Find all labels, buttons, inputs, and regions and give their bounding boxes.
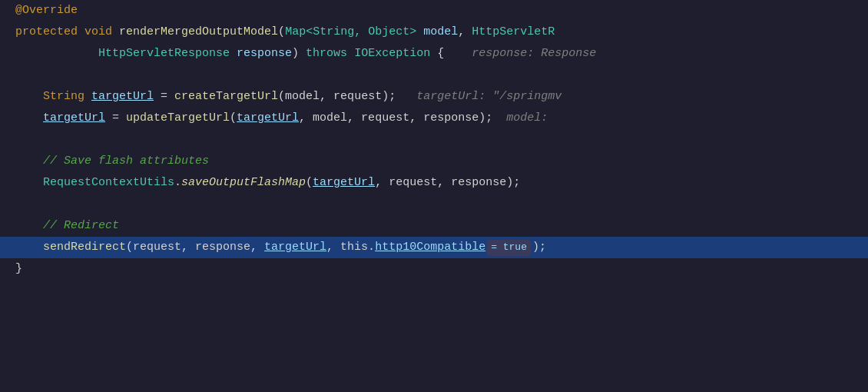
line-save-flash: RequestContextUtils . saveOutputFlashMap… [0,172,868,194]
token-model: model [423,23,458,42]
token-space10: = [105,109,126,128]
token-response: response [237,45,292,63]
token-hint-response: response: Response [472,45,596,63]
token-indent4 [15,152,43,171]
token-string-type: String [43,88,84,106]
token-space6 [430,45,437,63]
line-method-sig-1: protected void renderMergedOutputModel (… [0,22,868,43]
token-brace-open: { [437,45,444,63]
blank-line-1 [0,65,868,86]
token-indent6 [15,217,43,235]
token-comment-redirect: // Redirect [43,217,119,235]
token-indent1 [15,45,98,63]
token-space2 [112,23,119,42]
token-comma1: , [458,23,472,42]
token-space8 [84,88,91,106]
token-this-http10: this. [340,238,375,257]
token-map: Map<String, Object> [285,23,416,42]
token-hint-targeturl: targetUrl: "/springmv [416,88,562,106]
token-paren-close1: ) [292,45,306,63]
token-brace-close: } [15,260,22,278]
token-httpservletresponse: HttpServletResponse [98,45,230,63]
token-indent7 [15,238,43,257]
token-args3: , request, response); [375,174,520,192]
token-targeturl-5: targetUrl [264,238,326,257]
token-paren-open: ( [278,23,285,42]
line-send-redirect: sendRedirect (request, response, targetU… [0,237,868,258]
token-comment-flash: // Save flash attributes [43,152,209,171]
blank-line-2 [0,129,868,151]
token-paren3: ( [306,174,313,192]
token-space3 [416,23,423,42]
token-space1 [78,23,84,42]
inline-value-badge: = true [487,240,531,256]
token-ioexception: IOException [354,45,430,63]
token-args-end: ); [532,238,546,257]
token-targeturl-1: targetUrl [91,88,154,106]
line-method-sig-2: HttpServletResponse response ) throws IO… [0,43,868,65]
token-paren2: ( [230,109,237,128]
token-comma2: , [326,238,340,257]
token-http10compat: http10Compatible [375,238,485,257]
token-dot1: . [174,174,181,192]
line-annotation: @Override [0,0,868,22]
line-closing: } [0,258,868,280]
token-space5 [347,45,354,63]
token-args1: (model, request); [278,88,416,106]
token-space4 [230,45,237,63]
token-save-flash-method: saveOutputFlashMap [181,174,306,192]
token-void: void [84,23,112,42]
token-paren4: (request, response, [126,238,264,257]
token-annotation: @Override [15,2,78,20]
token-create-target: createTargetUrl [174,88,278,106]
token-targeturl-2: targetUrl [43,109,105,128]
token-httpservlet: HttpServletR [472,23,555,42]
token-method-render: renderMergedOutputModel [119,23,278,42]
token-args2: , model, request, response); [299,109,506,128]
token-targeturl-4: targetUrl [313,174,375,192]
token-indent3 [15,109,43,128]
line-comment-flash: // Save flash attributes [0,151,868,172]
line-comment-redirect: // Redirect [0,215,868,237]
code-editor: @Override protected void renderMergedOut… [0,0,868,392]
blank-line-3 [0,194,868,215]
token-space7 [444,45,472,63]
token-throws: throws [306,45,347,63]
line-targeturl-1: String targetUrl = createTargetUrl (mode… [0,86,868,108]
token-targeturl-3: targetUrl [237,109,299,128]
token-hint-model: model: [506,109,548,128]
token-space9: = [154,88,174,106]
token-requestcontextutils: RequestContextUtils [43,174,174,192]
token-indent2 [15,88,43,106]
token-indent5 [15,174,43,192]
line-targeturl-2: targetUrl = updateTargetUrl ( targetUrl … [0,108,868,129]
token-protected: protected [15,23,78,42]
token-send-redirect-method: sendRedirect [43,238,126,257]
token-update-target: updateTargetUrl [126,109,230,128]
